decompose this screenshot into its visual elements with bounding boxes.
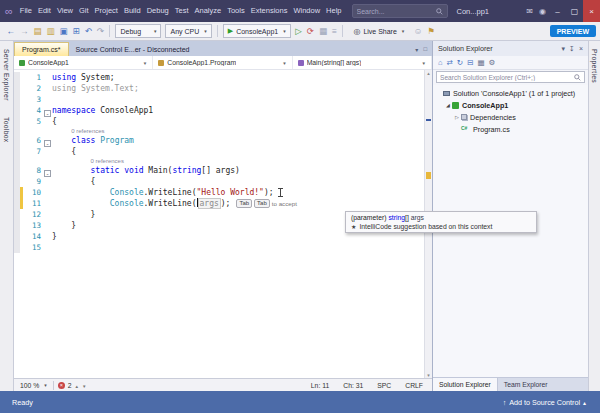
menu-tools[interactable]: Tools bbox=[224, 0, 248, 22]
redo-icon[interactable]: ↷ bbox=[94, 26, 106, 36]
menu-view[interactable]: View bbox=[54, 0, 76, 22]
window-position-icon[interactable]: ▾ bbox=[562, 45, 566, 53]
next-issue-icon[interactable] bbox=[82, 382, 86, 389]
doc-tab-source-control-e-er-disconnected[interactable]: Source Control E...er - Disconnected bbox=[69, 42, 197, 56]
tree-item-dependencies[interactable]: ▷Dependencies bbox=[433, 111, 588, 123]
switch-views-icon[interactable]: ⇄ bbox=[447, 58, 453, 67]
code-text[interactable]: } bbox=[52, 231, 57, 242]
scroll-down-icon[interactable] bbox=[425, 372, 432, 378]
intellicode-note-text: IntelliCode suggestion based on this con… bbox=[359, 223, 492, 230]
maximize-button[interactable]: ▢ bbox=[566, 0, 583, 22]
play-icon: ▶ bbox=[228, 27, 233, 35]
open-file-icon[interactable]: ▥ bbox=[44, 26, 57, 36]
token: namespace bbox=[52, 106, 95, 115]
refresh-icon[interactable]: ↻ bbox=[457, 58, 463, 67]
doc-tab-program-cs[interactable]: Program.cs* bbox=[14, 42, 69, 56]
collapse-all-icon[interactable]: ⊟ bbox=[467, 58, 473, 67]
pin-icon[interactable]: ↧ bbox=[569, 45, 575, 53]
menu-git[interactable]: Git bbox=[76, 0, 92, 22]
feedback-smiley-icon[interactable]: ☺ bbox=[411, 26, 425, 36]
home-icon[interactable]: ⌂ bbox=[438, 58, 443, 67]
back-icon[interactable]: ← bbox=[4, 26, 18, 36]
show-all-files-icon[interactable]: ▦ bbox=[477, 58, 484, 67]
scroll-up-icon[interactable] bbox=[425, 70, 432, 76]
code-text[interactable]: { bbox=[52, 176, 95, 187]
hot-reload-icon[interactable]: ⟳ bbox=[304, 26, 316, 36]
code-text[interactable]: Console.WriteLine(args); bbox=[52, 198, 230, 209]
code-text[interactable]: using System; bbox=[52, 72, 115, 83]
close-icon[interactable]: × bbox=[579, 45, 583, 53]
code-text[interactable]: using System.Text; bbox=[52, 83, 139, 94]
search-input[interactable] bbox=[357, 8, 436, 15]
save-all-icon[interactable]: ⊞ bbox=[70, 26, 82, 36]
expander-icon[interactable]: ◢ bbox=[444, 102, 452, 108]
add-to-source-control-button[interactable]: Add to Source Control bbox=[503, 398, 594, 407]
tree-item-solution-consoleapp1-1-of-1-project[interactable]: Solution 'ConsoleApp1' (1 of 1 project) bbox=[433, 87, 588, 99]
new-project-icon[interactable]: ▤ bbox=[31, 26, 44, 36]
separator bbox=[53, 381, 54, 390]
menu-project[interactable]: Project bbox=[92, 0, 121, 22]
find-in-files-icon[interactable]: ▦ bbox=[316, 26, 329, 36]
platform-dropdown[interactable]: Any CPU bbox=[165, 24, 211, 38]
panel-tab-team-explorer[interactable]: Team Explorer bbox=[498, 378, 554, 391]
zoom-dropdown[interactable]: 100 % bbox=[18, 382, 49, 389]
menu-file[interactable]: File bbox=[17, 0, 35, 22]
document-health-indicator[interactable]: 2 bbox=[58, 382, 87, 389]
code-text[interactable]: } bbox=[52, 220, 76, 231]
close-button[interactable]: × bbox=[583, 0, 600, 22]
code-text[interactable]: namespace ConsoleApp1 bbox=[52, 105, 153, 116]
breadcrumb-segment-2[interactable]: Main(string[] args) bbox=[293, 56, 432, 69]
undo-icon[interactable]: ↶ bbox=[82, 26, 94, 36]
more-documents-icon[interactable]: ▾ bbox=[415, 46, 418, 53]
menu-build[interactable]: Build bbox=[121, 0, 144, 22]
line-number: 9 bbox=[23, 176, 43, 187]
run-without-debug-icon[interactable]: ▷ bbox=[293, 26, 305, 36]
left-tool-rail: Server ExplorerToolbox bbox=[0, 41, 14, 391]
code-text[interactable]: } bbox=[52, 209, 95, 220]
codelens-references[interactable]: 0 references bbox=[52, 157, 124, 165]
minimize-button[interactable]: – bbox=[549, 0, 566, 22]
token: ); bbox=[264, 188, 274, 197]
tool-window-tab-server-explorer[interactable]: Server Explorer bbox=[3, 49, 10, 101]
solution-search-input[interactable] bbox=[440, 74, 574, 81]
toolbar-file-group: ←→▤▥▣⊞↶↷ bbox=[4, 26, 106, 36]
tool-window-tab-toolbox[interactable]: Toolbox bbox=[3, 117, 10, 143]
save-icon[interactable]: ▣ bbox=[57, 26, 70, 36]
quick-search[interactable] bbox=[352, 4, 448, 18]
fold-margin bbox=[43, 72, 52, 83]
code-text[interactable]: class Program bbox=[52, 135, 134, 146]
menu-edit[interactable]: Edit bbox=[35, 0, 54, 22]
flag-icon[interactable]: ⚑ bbox=[425, 26, 438, 36]
command-list-icon[interactable]: ≡ bbox=[329, 26, 339, 36]
tree-item-program-cs[interactable]: Program.cs bbox=[433, 123, 588, 135]
tool-window-tab-properties[interactable]: Properties bbox=[591, 49, 598, 83]
breadcrumb-segment-1[interactable]: ConsoleApp1.Program bbox=[153, 56, 292, 69]
code-text[interactable]: { bbox=[52, 116, 57, 127]
menu-analyze[interactable]: Analyze bbox=[192, 0, 225, 22]
expander-icon[interactable]: ▷ bbox=[453, 114, 461, 120]
code-text[interactable]: { bbox=[52, 146, 76, 157]
start-debugging-button[interactable]: ▶ ConsoleApp1 bbox=[223, 24, 291, 38]
tree-item-consoleapp1[interactable]: ◢ConsoleApp1 bbox=[433, 99, 588, 111]
preview-button[interactable]: PREVIEW bbox=[550, 25, 596, 37]
menu-debug[interactable]: Debug bbox=[144, 0, 172, 22]
feedback-icon[interactable]: ✉ bbox=[523, 7, 536, 16]
code-text[interactable]: static void Main(string[] args) bbox=[52, 165, 240, 176]
account-icon[interactable]: ◉ bbox=[536, 7, 549, 16]
menu-help[interactable]: Help bbox=[323, 0, 344, 22]
forward-icon[interactable]: → bbox=[18, 26, 32, 36]
solution-search-box[interactable] bbox=[436, 71, 585, 83]
properties-icon[interactable]: ⚙ bbox=[489, 58, 496, 67]
menu-window[interactable]: Window bbox=[290, 0, 323, 22]
panel-tab-solution-explorer[interactable]: Solution Explorer bbox=[433, 378, 498, 391]
configuration-dropdown[interactable]: Debug bbox=[115, 24, 161, 38]
breadcrumb-segment-0[interactable]: ConsoleApp1 bbox=[14, 56, 153, 69]
float-document-icon[interactable]: □ bbox=[423, 46, 427, 53]
previous-issue-icon[interactable] bbox=[75, 382, 79, 389]
menu-test[interactable]: Test bbox=[172, 0, 192, 22]
token: { bbox=[52, 177, 95, 186]
menu-extensions[interactable]: Extensions bbox=[248, 0, 291, 22]
codelens-references[interactable]: 0 references bbox=[52, 127, 105, 135]
live-share-button[interactable]: ◎ Live Share bbox=[348, 24, 409, 38]
code-text[interactable]: Console.WriteLine("Hello World!"); bbox=[52, 187, 274, 198]
